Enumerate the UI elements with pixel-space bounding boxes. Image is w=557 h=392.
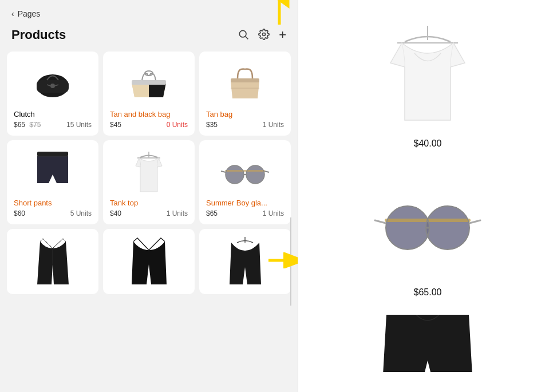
product-price-tan-black-bag: $45 [110,121,121,129]
product-image-tan-bag [206,58,284,110]
svg-line-36 [375,220,386,223]
svg-rect-14 [37,152,68,156]
header-actions: + [238,29,286,42]
grid-row-2: Short pants $60 5 Units [7,140,291,224]
product-units-tan-black-bag: 0 Units [167,121,188,129]
product-price-tan-bag: $35 [206,121,218,129]
svg-rect-12 [231,78,259,82]
detail-price-sunglasses: $65.00 [414,287,442,298]
product-name-tank-top: Tank top [110,199,188,207]
product-image-black-item-3 [206,236,284,287]
svg-line-1 [246,36,248,39]
detail-item-sunglasses: $65.00 [321,166,534,298]
detail-item-tank-top: $40.00 [321,17,534,149]
product-card-sunglasses[interactable]: Summer Boy gla... $65 1 Units [199,140,291,224]
product-name-clutch: Clutch [14,110,92,118]
product-units-short-pants: 5 Units [70,209,92,217]
back-chevron-icon: ‹ [11,9,14,18]
product-units-tan-bag: 1 Units [263,121,284,129]
product-image-sunglasses [206,147,284,199]
detail-item-black-coat [321,315,534,372]
svg-rect-10 [132,80,166,85]
vertical-divider [290,217,291,306]
product-price-clutch: $65 $75 [14,121,41,129]
product-units-sunglasses: 1 Units [263,209,284,217]
product-card-black-robe-1[interactable] [7,229,98,294]
svg-point-2 [263,33,266,35]
product-image-short-pants [14,147,92,199]
product-details-sunglasses: $65 1 Units [206,209,284,217]
product-image-black-robe-1 [14,236,92,287]
svg-rect-23 [225,170,265,172]
product-details-tan-black-bag: $45 0 Units [110,121,188,129]
product-price-tank-top: $40 [110,209,121,217]
product-card-tan-black-bag[interactable]: Tan and black bag $45 0 Units [103,52,195,136]
product-image-tank-top [110,147,188,199]
product-details-tank-top: $40 1 Units [110,209,188,217]
product-name-sunglasses: Summer Boy gla... [206,199,284,207]
settings-icon[interactable] [258,29,270,42]
product-details-short-pants: $60 5 Units [14,209,92,217]
product-details-tan-bag: $35 1 Units [206,121,284,129]
product-image-black-robe-2 [110,236,188,287]
product-details-clutch: $65 $75 15 Units [14,121,92,129]
product-price-short-pants: $60 [14,209,25,217]
product-card-short-pants[interactable]: Short pants $60 5 Units [7,140,98,224]
svg-point-0 [239,30,246,37]
detail-price-tank-top: $40.00 [414,138,442,149]
page-title: Products [11,27,66,42]
product-image-clutch [14,58,92,110]
detail-image-sunglasses [370,166,485,280]
product-card-black-item-3[interactable] [199,229,291,294]
search-icon[interactable] [238,29,249,42]
add-icon[interactable]: + [279,29,286,41]
svg-line-22 [264,171,269,172]
back-label: Pages [18,9,41,18]
product-image-tan-black-bag [110,58,188,110]
product-card-black-robe-2[interactable] [103,229,195,294]
right-panel: $40.00 $65.00 [298,0,557,392]
svg-point-7 [50,84,55,88]
product-name-short-pants: Short pants [14,199,92,207]
product-price-sunglasses: $65 [206,209,218,217]
product-name-tan-black-bag: Tan and black bag [110,110,188,118]
grid-row-3 [7,229,291,294]
panel-header: Products + [0,23,298,52]
product-name-tan-bag: Tan bag [206,110,284,118]
product-units-clutch: 15 Units [66,121,92,129]
product-card-tan-bag[interactable]: Tan bag $35 1 Units [199,52,291,136]
products-grid: Clutch $65 $75 15 Units [0,52,298,392]
detail-image-tank-top [370,17,485,132]
grid-row-1: Clutch $65 $75 15 Units [7,52,291,136]
back-nav[interactable]: ‹ Pages [0,0,298,23]
product-card-tank-top[interactable]: Tank top $40 1 Units [103,140,195,224]
detail-image-black-coat [376,315,479,372]
left-panel: ‹ Pages Products + [0,0,298,392]
svg-line-21 [221,171,226,172]
product-card-clutch[interactable]: Clutch $65 $75 15 Units [7,52,98,136]
product-units-tank-top: 1 Units [167,209,188,217]
svg-line-37 [469,220,480,223]
